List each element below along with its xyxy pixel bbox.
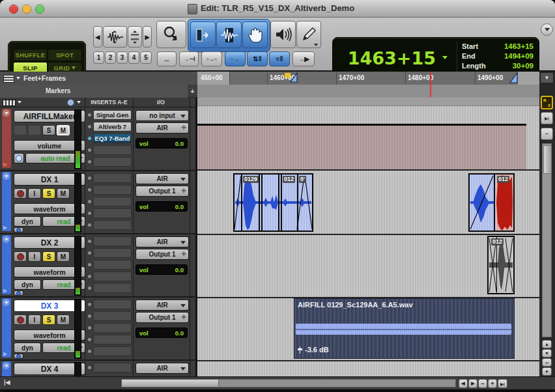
zoom-preset-3-button[interactable]: 3 [117,51,128,64]
output-selector[interactable]: Output 1✛ [135,312,189,323]
ruler-caret-icon[interactable] [16,77,20,79]
grow-tracks-button[interactable]: + [542,367,552,376]
track-color-tab[interactable]: ▶ [2,109,11,168]
insert-slot-b[interactable] [93,185,132,195]
insert-bypass-dot[interactable] [88,338,91,341]
horizontal-scrollbar[interactable] [121,379,456,387]
insert-slot-d[interactable] [93,145,132,155]
input-selector[interactable]: AIR [135,173,189,184]
shrink-tracks-button[interactable]: − [542,358,552,367]
timebase-mini-button[interactable] [14,290,23,296]
insert-slot-e[interactable] [93,220,132,230]
zoomer-tool-button[interactable] [156,21,186,48]
record-enable-button[interactable] [14,251,27,262]
playlist-arrow-icon[interactable]: ▶ [3,225,7,231]
elastic-audio-button[interactable]: dyn [14,216,41,227]
markers-ruler-header[interactable]: Markers [0,85,188,98]
track-collapse-icon[interactable] [3,299,10,306]
selection-end-marker-icon[interactable] [509,72,519,85]
link-timeline-edit-selection-button[interactable]: ⇅‖ [247,51,268,66]
zoom-preset-2-button[interactable]: 2 [105,51,116,64]
playlist-arrow-icon[interactable]: ▶ [3,162,7,167]
input-monitor-button[interactable]: I [28,188,41,199]
insert-bypass-dot[interactable] [88,188,91,191]
insert-bypass-dot[interactable] [88,176,91,180]
output-selector[interactable]: Output 1✛ [135,249,189,260]
insert-bypass-dot[interactable] [88,350,91,353]
start-value[interactable]: 1463+15 [489,42,534,50]
track-collapse-icon[interactable] [3,236,10,243]
insert-slot-c[interactable] [93,197,132,206]
zoom-toggle-mini-button[interactable]: ▶| [541,112,553,124]
pencil-tool-button[interactable] [296,21,321,48]
playlist-arrow-icon[interactable]: ▶ [3,288,7,294]
volume-display[interactable]: vol0.0 [135,138,188,148]
add-marker-button[interactable]: + [188,85,197,98]
track-collapse-icon[interactable] [3,109,10,117]
insert-bypass-dot[interactable] [88,200,91,203]
track-collapse-icon[interactable] [3,173,10,180]
solo-button[interactable]: S [42,251,55,262]
zoom-in-button[interactable]: ▶ [143,26,152,48]
automation-clock-button[interactable] [14,153,24,163]
input-monitor-button[interactable]: I [28,315,41,325]
dx1-clip-group[interactable]: 0129 012 0' [233,173,313,232]
horizontal-scrollbar-thumb[interactable] [122,380,219,387]
grabber-tool-button[interactable] [242,21,268,48]
track-color-tab[interactable]: ▶ [2,298,11,357]
insert-bypass-dot[interactable] [88,303,91,306]
insert-slot-d[interactable] [93,208,132,218]
audio-zoom-button[interactable] [103,26,127,48]
volume-display[interactable]: vol0.0 [135,264,188,275]
insert-bypass-dot[interactable] [88,137,91,140]
insert-bypass-dot[interactable] [88,326,91,329]
solo-button[interactable]: S [42,188,55,199]
insert-slot-a[interactable] [93,173,132,183]
volume-display[interactable]: vol0.0 [135,201,188,212]
track-color-tab[interactable]: ▶ [2,172,11,231]
insertion-follows-playback-button[interactable]: →▶ [292,51,315,66]
solo-button[interactable]: S [42,315,55,325]
selector-tool-button[interactable] [216,21,242,48]
solo-button[interactable]: S [42,125,55,135]
go-to-start-icon[interactable]: |◀ [4,379,10,385]
output-selector[interactable]: AIR✛ [135,122,189,133]
scrubber-tool-button[interactable] [270,21,296,48]
elastic-audio-button[interactable]: dyn [14,343,41,353]
main-counter-caret-icon[interactable] [442,56,448,59]
insert-slot-b[interactable]: Altiverb 7 [93,122,132,132]
insert-slot-b[interactable] [93,311,132,321]
insert-bypass-dot[interactable] [88,212,91,215]
track-height-zoom-button[interactable] [128,26,142,48]
airfill-maker-clip[interactable] [197,126,526,169]
spot-mode-button[interactable]: SPOT [48,49,82,61]
insert-bypass-dot[interactable] [88,263,91,266]
dx2-clip[interactable]: 012 [487,236,515,294]
dx1-crossfade-clip[interactable]: 012 [468,173,515,232]
playlist-arrow-icon[interactable]: ▶ [3,352,7,357]
track-list-caret-icon[interactable] [18,101,21,104]
output-selector[interactable]: Output 1✛ [135,186,189,197]
input-selector[interactable]: AIR [135,363,189,374]
trim-tool-button[interactable] [190,21,216,48]
timebase-caret-icon[interactable] [77,101,81,104]
insert-bypass-dot[interactable] [88,275,91,278]
shuffle-mode-button[interactable]: SHUFFLE [13,49,48,61]
mute-button[interactable]: M [57,188,70,199]
insert-bypass-dot[interactable] [88,148,91,152]
automation-follows-edit-button[interactable]: ◦→ [225,51,246,66]
zoom-out-horizontal-button[interactable]: − [478,379,487,388]
insert-slot-d[interactable] [93,335,132,344]
link-track-edit-selection-button[interactable]: ≡‖ [269,51,290,66]
timebase-clock-icon[interactable] [67,99,74,106]
vertical-scrollbar-thumb[interactable] [543,145,552,174]
scroll-right-button[interactable]: ▶ [468,379,477,388]
input-selector[interactable]: no input [135,110,189,121]
insert-bypass-dot[interactable] [88,160,91,163]
insert-slot-a[interactable]: Signal Gen [93,110,132,120]
mute-button[interactable]: M [57,315,70,325]
go-to-end-button[interactable]: ▶| [498,379,507,388]
track-list-menu-icon[interactable] [3,100,16,106]
zoom-in-horizontal-button[interactable]: + [488,379,497,388]
track-color-tab[interactable] [2,361,11,376]
